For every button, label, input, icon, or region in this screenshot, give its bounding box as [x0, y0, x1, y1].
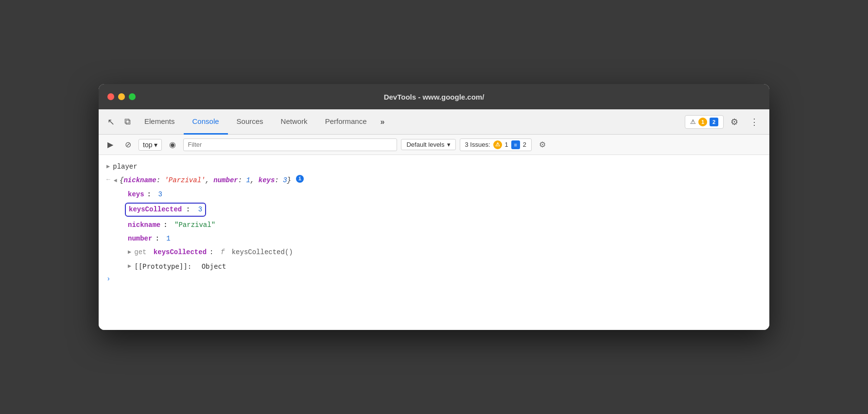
prototype-value: Object [202, 261, 226, 272]
getter-func: keysCollected() [227, 247, 293, 258]
issues-info-badge: ≡ [511, 140, 520, 149]
info-count-badge: 2 [710, 118, 718, 126]
keys-collected-value: 3 [198, 206, 202, 213]
tab-elements[interactable]: Elements [136, 109, 184, 135]
number-label: number [128, 233, 152, 244]
getter-label: keysCollected [154, 247, 207, 258]
nickname-value: "Parzival" [174, 220, 215, 230]
console-toolbar: ▶ ⊘ top ▾ ◉ Default levels ▾ 3 Issues: ⚠… [99, 135, 769, 155]
tab-console[interactable]: Console [184, 109, 228, 135]
log-levels-dropdown[interactable]: Default levels ▾ [401, 139, 455, 150]
list-item: nickname : "Parzival" [99, 218, 769, 232]
list-item: ▶ get keysCollected : f keysCollected() [99, 245, 769, 259]
more-icon: » [381, 118, 385, 126]
device-toolbar-button[interactable]: ⧉ [120, 109, 136, 134]
info-icon[interactable]: i [296, 175, 304, 183]
number-value: 1 [166, 233, 170, 244]
expand-obj-arrow[interactable]: ▼ [110, 179, 120, 182]
settings-button[interactable]: ⚙ [726, 117, 743, 127]
issues-count-display[interactable]: 3 Issues: ⚠ 1 ≡ 2 [460, 138, 532, 151]
console-prompt[interactable]: › [99, 273, 769, 285]
titlebar: DevTools - www.google.com/ [99, 84, 769, 109]
keys-collected-highlight: keysCollected : 3 [125, 203, 206, 216]
window-title: DevTools - www.google.com/ [384, 93, 485, 101]
warn-icon: ⚠ [690, 118, 696, 125]
tab-network[interactable]: Network [272, 109, 316, 135]
more-tabs-button[interactable]: » [376, 109, 390, 134]
eye-icon: ◉ [169, 140, 176, 149]
nickname-label: nickname [128, 220, 160, 230]
tab-performance[interactable]: Performance [316, 109, 376, 135]
devtools-window: DevTools - www.google.com/ ↖ ⧉ Elements … [99, 84, 769, 330]
eye-button[interactable]: ◉ [166, 138, 179, 152]
console-gear-icon: ⚙ [539, 140, 546, 149]
console-settings-button[interactable]: ⚙ [536, 138, 549, 152]
list-item: ▶ [[Prototype]]: Object [99, 259, 769, 273]
expand-getter-arrow[interactable]: ▶ [128, 248, 131, 257]
prompt-arrow-icon: › [106, 275, 110, 283]
close-button[interactable] [107, 93, 114, 100]
filter-input[interactable] [183, 138, 397, 151]
chevron-down-icon: ▾ [154, 141, 157, 149]
context-selector[interactable]: top ▾ [139, 139, 162, 151]
more-options-button[interactable]: ⋮ [745, 117, 764, 127]
console-output: ▶ player ← ▼ {nickname: 'Parzival', numb… [99, 155, 769, 330]
list-item: ← ▼ {nickname: 'Parzival', number: 1, ke… [99, 173, 769, 187]
block-icon-button[interactable]: ⊘ [121, 138, 135, 152]
issues-badge[interactable]: ⚠ 1 2 [685, 115, 724, 129]
minimize-button[interactable] [118, 93, 125, 100]
list-item: keys : 3 [99, 188, 769, 201]
maximize-button[interactable] [129, 93, 136, 100]
device-icon: ⧉ [124, 117, 131, 127]
list-item: number : 1 [99, 232, 769, 245]
keys-property-value: 3 [158, 189, 162, 200]
cursor-icon: ↖ [107, 117, 115, 127]
inspect-element-button[interactable]: ↖ [103, 109, 120, 134]
dots-icon: ⋮ [750, 117, 759, 127]
keys-collected-label: keysCollected [129, 206, 182, 213]
play-icon: ▶ [107, 140, 113, 149]
levels-chevron-icon: ▾ [447, 141, 451, 148]
keys-property-label: keys [128, 189, 144, 200]
main-toolbar: ↖ ⧉ Elements Console Sources Network Per… [99, 109, 769, 135]
prototype-label: [[Prototype]]: [134, 261, 191, 272]
warn-count-badge: 1 [698, 118, 707, 126]
list-item: keysCollected : 3 [99, 201, 769, 218]
toolbar-right: ⚠ 1 2 ⚙ ⋮ [685, 109, 765, 134]
clear-console-button[interactable]: ▶ [104, 138, 117, 152]
ban-icon: ⊘ [125, 140, 131, 149]
expand-player-arrow[interactable]: ▶ [106, 162, 110, 172]
tab-sources[interactable]: Sources [228, 109, 272, 135]
back-arrow-icon: ← [106, 175, 110, 185]
list-item: ▶ player [99, 160, 769, 173]
expand-proto-arrow[interactable]: ▶ [128, 262, 131, 271]
traffic-lights [107, 93, 136, 100]
gear-icon: ⚙ [730, 117, 738, 127]
issues-warn-badge: ⚠ [493, 140, 502, 149]
object-preview: {nickname: 'Parzival', number: 1, keys: … [120, 175, 291, 186]
player-label: player [113, 161, 137, 172]
